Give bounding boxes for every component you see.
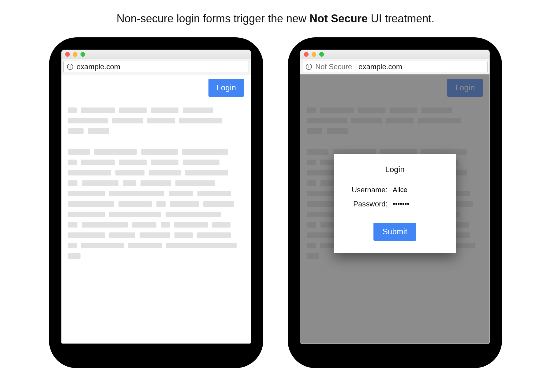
window-minimize-button[interactable] bbox=[73, 52, 77, 57]
site-info-icon[interactable] bbox=[67, 63, 73, 70]
browser-window-plain: example.com Login bbox=[61, 50, 251, 344]
caption-bold: Not Secure bbox=[309, 12, 368, 25]
not-secure-label: Not Secure bbox=[315, 62, 352, 71]
password-input[interactable] bbox=[390, 199, 442, 209]
submit-button[interactable]: Submit bbox=[373, 223, 417, 241]
svg-point-5 bbox=[309, 65, 309, 66]
page-content-dimmed: Login Login bbox=[300, 74, 489, 343]
login-modal: Login Username: Password: Submit bbox=[334, 154, 456, 253]
page-content: Login bbox=[62, 74, 251, 343]
username-input[interactable] bbox=[390, 185, 442, 195]
address-url: example.com bbox=[358, 62, 402, 71]
login-button[interactable]: Login bbox=[447, 79, 483, 97]
caption-suffix: UI treatment. bbox=[368, 12, 434, 25]
caption-prefix: Non-secure login forms trigger the new bbox=[117, 12, 309, 25]
address-divider bbox=[355, 63, 355, 70]
window-minimize-button[interactable] bbox=[312, 52, 316, 57]
placeholder-text bbox=[68, 107, 244, 259]
window-close-button[interactable] bbox=[304, 52, 309, 57]
address-url: example.com bbox=[77, 62, 120, 71]
address-bar: example.com bbox=[62, 59, 251, 74]
window-close-button[interactable] bbox=[65, 52, 70, 57]
site-info-icon[interactable] bbox=[305, 63, 312, 70]
address-bar: Not Secure example.com bbox=[300, 59, 489, 74]
svg-point-2 bbox=[70, 65, 70, 66]
login-modal-title: Login bbox=[385, 165, 405, 174]
figure-caption: Non-secure login forms trigger the new N… bbox=[117, 12, 434, 25]
window-zoom-button[interactable] bbox=[319, 52, 324, 57]
password-label: Password: bbox=[348, 200, 388, 208]
window-titlebar bbox=[300, 50, 489, 59]
login-button[interactable]: Login bbox=[208, 79, 244, 97]
username-label: Username: bbox=[348, 186, 388, 194]
address-box[interactable]: Not Secure example.com bbox=[302, 61, 488, 72]
window-titlebar bbox=[62, 50, 251, 59]
address-box[interactable]: example.com bbox=[63, 61, 249, 72]
window-zoom-button[interactable] bbox=[81, 52, 85, 57]
browser-window-not-secure: Not Secure example.com Login bbox=[300, 50, 490, 344]
